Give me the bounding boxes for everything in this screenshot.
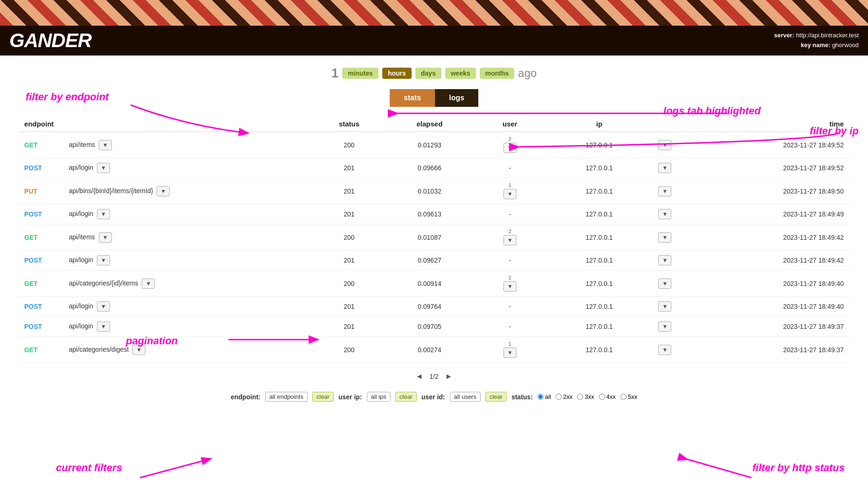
table-row: GETapi/items▼2000.012932▼127.0.0.1▼2023-… — [19, 132, 849, 158]
arrow-http-status — [658, 450, 845, 482]
endpoint-filter-icon-btn[interactable]: ▼ — [97, 321, 110, 332]
ip-filter-btn[interactable]: ▼ — [658, 186, 671, 196]
method-label: POST — [24, 210, 42, 218]
user-id-clear-btn[interactable]: clear — [485, 392, 507, 402]
key-value: ghorwood — [832, 42, 859, 49]
cell-ip: 127.0.0.1 — [546, 337, 653, 363]
status-radio-4xx[interactable]: 4xx — [599, 393, 616, 400]
pagination-bar: ◄ 1/2 ► — [0, 363, 868, 388]
table-row: GETapi/items▼2000.010872▼127.0.0.1▼2023-… — [19, 224, 849, 250]
cell-method: GET — [19, 337, 63, 363]
time-btn-months[interactable]: months — [480, 68, 515, 79]
user-filter-btn[interactable]: ▼ — [503, 143, 517, 153]
status-radio-2xx[interactable]: 2xx — [556, 393, 572, 400]
time-btn-days[interactable]: days — [415, 68, 441, 79]
endpoint-filter-icon-btn[interactable]: ▼ — [97, 255, 110, 265]
status-radio-3xx[interactable]: 3xx — [577, 393, 594, 400]
cell-ip: 127.0.0.1 — [546, 178, 653, 204]
cell-ip-filter: ▼ — [653, 224, 689, 250]
ip-filter-btn[interactable]: ▼ — [658, 301, 671, 312]
ip-filter-btn[interactable]: ▼ — [658, 140, 671, 150]
endpoint-value: api/categories/{id}/items — [69, 279, 138, 287]
cell-method: GET — [19, 132, 63, 158]
ip-filter-btn[interactable]: ▼ — [658, 255, 671, 265]
cell-ip: 127.0.0.1 — [546, 204, 653, 224]
tab-logs[interactable]: logs — [435, 89, 478, 107]
cell-endpoint: api/categories/{id}/items▼ — [63, 271, 314, 297]
cell-user: 2▼ — [474, 132, 545, 158]
tab-stats[interactable]: stats — [390, 89, 435, 107]
time-btn-weeks[interactable]: weeks — [445, 68, 476, 79]
table-row: POSTapi/login▼2010.09705-127.0.0.1▼2023-… — [19, 317, 849, 337]
time-btn-minutes[interactable]: minutes — [342, 68, 379, 79]
ip-filter-btn[interactable]: ▼ — [658, 209, 671, 219]
status-radio-5xx[interactable]: 5xx — [620, 393, 637, 400]
cell-user: - — [474, 297, 545, 317]
annotation-http-status: filter by http status — [752, 462, 845, 474]
cell-status: 200 — [313, 337, 385, 363]
cell-endpoint: api/login▼ — [63, 204, 314, 224]
cell-user: 2▼ — [474, 224, 545, 250]
main-content: endpoint status elapsed user ip time GET… — [0, 116, 868, 363]
cell-time: 2023-11-27 18:49:40 — [689, 271, 849, 297]
cell-elapsed: 0.01087 — [385, 224, 475, 250]
endpoint-filter-icon-btn[interactable]: ▼ — [97, 163, 110, 173]
user-filter-btn[interactable]: ▼ — [503, 189, 517, 199]
user-count: 2 — [509, 229, 511, 234]
endpoint-filter-icon-btn[interactable]: ▼ — [142, 278, 155, 289]
cell-status: 200 — [313, 132, 385, 158]
user-filter-btn[interactable]: ▼ — [503, 281, 517, 292]
cell-endpoint: api/login▼ — [63, 250, 314, 271]
endpoint-filter-icon-btn[interactable]: ▼ — [97, 209, 110, 219]
status-radio-all[interactable]: all — [537, 393, 551, 400]
col-header-ip: ip — [546, 116, 653, 132]
cell-ip-filter: ▼ — [653, 204, 689, 224]
user-dash: - — [509, 323, 511, 330]
user-count: 1 — [509, 341, 511, 347]
pagination-next[interactable]: ► — [442, 371, 455, 382]
table-row: GETapi/categories/digest▼2000.002741▼127… — [19, 337, 849, 363]
method-label: GET — [24, 234, 38, 241]
pagination-prev[interactable]: ◄ — [413, 371, 426, 382]
endpoint-filter-icon-btn[interactable]: ▼ — [99, 140, 112, 150]
cell-user: - — [474, 250, 545, 271]
endpoint-filter-icon-btn[interactable]: ▼ — [99, 232, 112, 243]
ip-filter-btn[interactable]: ▼ — [658, 321, 671, 332]
method-label: POST — [24, 303, 42, 310]
user-filter-btn[interactable]: ▼ — [503, 235, 517, 245]
cell-time: 2023-11-27 18:49:52 — [689, 158, 849, 178]
user-id-filter-label: user id: — [421, 393, 445, 401]
cell-ip-filter: ▼ — [653, 297, 689, 317]
ip-filter-btn[interactable]: ▼ — [658, 345, 671, 355]
cell-method: POST — [19, 250, 63, 271]
cell-status: 201 — [313, 297, 385, 317]
arrow-current-filters — [47, 450, 233, 482]
cell-endpoint: api/login▼ — [63, 158, 314, 178]
tabs-container: stats logs — [0, 89, 868, 107]
cell-user: - — [474, 317, 545, 337]
endpoint-filter-label: endpoint: — [231, 393, 261, 401]
ip-filter-btn[interactable]: ▼ — [658, 278, 671, 289]
server-value: http://api.bintracker.test — [796, 32, 859, 39]
status-radio-group: all 2xx 3xx 4xx 5xx — [537, 393, 637, 400]
endpoint-filter-icon-btn[interactable]: ▼ — [132, 345, 145, 355]
ip-filter-btn[interactable]: ▼ — [658, 163, 671, 173]
endpoint-filter-icon-btn[interactable]: ▼ — [157, 186, 170, 196]
endpoint-filter-value: all endpoints — [265, 392, 308, 402]
user-ip-clear-btn[interactable]: clear — [395, 392, 417, 402]
cell-method: PUT — [19, 178, 63, 204]
app-logo: GANDER — [9, 29, 91, 52]
endpoint-filter-icon-btn[interactable]: ▼ — [97, 301, 110, 312]
endpoint-value: api/items — [69, 233, 95, 241]
cell-ip: 127.0.0.1 — [546, 132, 653, 158]
user-id-filter-value: all users — [450, 392, 481, 402]
cell-endpoint: api/login▼ — [63, 297, 314, 317]
endpoint-clear-btn[interactable]: clear — [312, 392, 334, 402]
time-btn-hours[interactable]: hours — [382, 68, 412, 79]
ip-filter-btn[interactable]: ▼ — [658, 232, 671, 243]
endpoint-value: api/login — [69, 302, 93, 310]
decorative-banner — [0, 0, 868, 26]
cell-method: POST — [19, 204, 63, 224]
user-filter-btn[interactable]: ▼ — [503, 348, 517, 358]
filter-summary-bar: endpoint: all endpoints clear user ip: a… — [0, 388, 868, 409]
